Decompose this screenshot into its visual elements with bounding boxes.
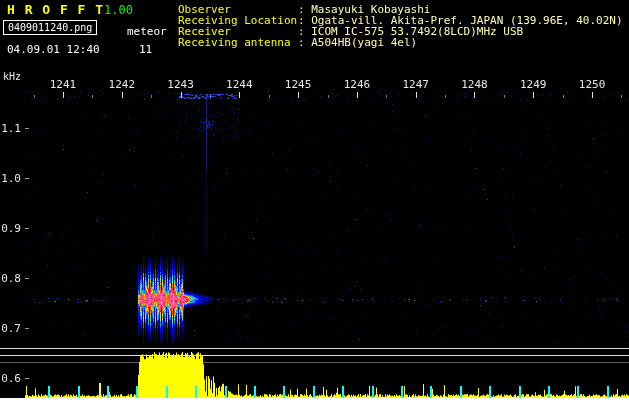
info-value: A504HB(yagi 4el) [311,36,417,49]
freq-axis-label: 0.9 [0,222,21,235]
time-axis-label: 1244 [226,78,253,91]
time-axis-label: 1246 [344,78,371,91]
freq-axis-label: 1.0 [0,172,21,185]
time-axis-label: 1248 [461,78,488,91]
time-axis: 1241124212431244124512461247124812491250 [0,78,629,90]
echo-count-label: 11 [139,43,152,56]
time-axis-label: 1249 [520,78,547,91]
app-version: 1.00 [104,3,133,17]
mode-label: meteor [127,25,167,38]
time-axis-label: 1242 [109,78,136,91]
time-axis-label: 1247 [402,78,429,91]
header-info-block: Observer: Masayuki KobayashiReceiving Lo… [178,4,623,48]
freq-axis-label: 0.8 [0,272,21,285]
time-axis-label: 1243 [167,78,194,91]
hrofft-window: H R O F F T 1.00 0409011240.png meteor 0… [0,0,629,400]
time-axis-label: 1250 [579,78,606,91]
header-info-row: Receiving antenna: A504HB(yagi 4el) [178,37,623,48]
time-axis-label: 1245 [285,78,312,91]
spectrogram-canvas [0,0,629,400]
time-axis-label: 1241 [50,78,77,91]
freq-axis-label: 0.7 [0,322,21,335]
info-separator: : [298,36,311,49]
info-label: Receiving antenna [178,37,298,48]
freq-axis-label: 1.1 [0,122,21,135]
freq-axis: 1.11.00.90.80.70.6 [0,0,22,400]
freq-axis-label: 0.6 [0,372,21,385]
